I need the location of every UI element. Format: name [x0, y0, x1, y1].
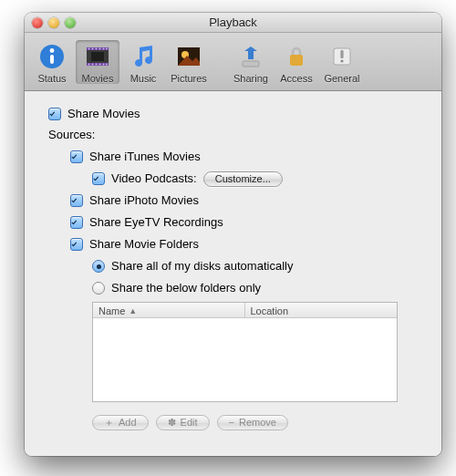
share-eyetv-checkbox[interactable] [70, 216, 83, 229]
toolbar-item-sharing[interactable]: Sharing [229, 40, 273, 84]
share-all-disks-label: Share all of my disks automatically [111, 258, 293, 274]
share-iphoto-movies-checkbox[interactable] [70, 194, 83, 207]
column-header-name-label: Name [98, 305, 125, 316]
column-header-name[interactable]: Name ▲ [93, 303, 245, 317]
svg-point-27 [340, 59, 343, 62]
svg-rect-6 [87, 63, 109, 66]
toolbar-item-label: Sharing [233, 73, 268, 84]
svg-rect-13 [106, 47, 108, 49]
toolbar-item-general[interactable]: General [320, 40, 364, 84]
plus-icon: ＋ [104, 418, 114, 428]
share-all-disks-radio[interactable] [92, 260, 105, 273]
svg-rect-10 [96, 47, 98, 49]
svg-rect-12 [103, 47, 105, 49]
share-movie-folders-label: Share Movie Folders [89, 236, 199, 253]
video-podcasts-checkbox[interactable] [92, 172, 105, 185]
svg-point-3 [50, 48, 55, 53]
edit-folder-label: Edit [181, 417, 198, 428]
svg-rect-18 [103, 63, 105, 65]
toolbar-item-status[interactable]: Status [30, 40, 74, 84]
remove-folder-button[interactable]: − Remove [217, 415, 288, 430]
toolbar-item-pictures[interactable]: Pictures [167, 40, 211, 84]
svg-rect-11 [99, 47, 101, 49]
svg-rect-22 [243, 61, 259, 67]
svg-rect-7 [91, 52, 104, 61]
customize-button[interactable]: Customize... [203, 171, 283, 187]
music-icon [129, 42, 158, 71]
toolbar-item-label: Status [37, 73, 66, 84]
toolbar-item-movies[interactable]: Movies [76, 40, 119, 84]
share-movie-folders-checkbox[interactable] [70, 238, 83, 251]
folders-table-body[interactable] [93, 318, 397, 401]
toolbar-item-label: Pictures [171, 73, 207, 84]
share-iphoto-movies-label: Share iPhoto Movies [89, 192, 199, 209]
sort-ascending-icon: ▲ [129, 306, 137, 316]
svg-rect-16 [96, 63, 98, 65]
share-movies-checkbox[interactable] [48, 108, 61, 120]
share-below-folders-radio[interactable] [92, 282, 105, 295]
toolbar-spacer [212, 61, 227, 63]
movies-icon [83, 42, 112, 71]
svg-rect-15 [92, 63, 94, 65]
folders-button-row: ＋ Add ✽ Edit − Remove [92, 415, 425, 430]
svg-rect-9 [92, 47, 94, 49]
share-eyetv-label: Share EyeTV Recordings [89, 214, 223, 231]
minus-icon: − [229, 418, 234, 428]
svg-rect-17 [99, 63, 101, 65]
share-itunes-movies-checkbox[interactable] [70, 150, 83, 163]
gear-icon: ✽ [168, 418, 176, 428]
folders-table: Name ▲ Location [92, 302, 398, 402]
toolbar-item-label: Access [280, 73, 312, 84]
column-header-location[interactable]: Location [245, 303, 398, 317]
svg-rect-23 [290, 55, 303, 66]
svg-rect-5 [87, 47, 109, 50]
toolbar-item-label: Music [130, 73, 157, 84]
pane-movies: Share Movies Sources: Share iTunes Movie… [25, 91, 441, 456]
folders-table-header: Name ▲ Location [93, 303, 397, 318]
switch-icon [327, 42, 357, 71]
toolbar: Status Movies Music Pictures [25, 33, 441, 91]
svg-rect-14 [88, 63, 90, 65]
svg-rect-26 [340, 50, 343, 58]
preferences-window: Playback Status Movies Music [25, 13, 441, 456]
share-movies-label: Share Movies [67, 106, 140, 122]
toolbar-item-access[interactable]: Access [275, 40, 318, 84]
edit-folder-button[interactable]: ✽ Edit [156, 415, 210, 430]
toolbar-item-label: Movies [82, 73, 114, 84]
column-header-location-label: Location [251, 305, 289, 316]
toolbar-item-label: General [324, 73, 359, 84]
share-itunes-movies-label: Share iTunes Movies [89, 149, 201, 165]
video-podcasts-label: Video Podcasts: [111, 171, 197, 187]
svg-rect-2 [50, 55, 54, 64]
sharing-icon [236, 42, 265, 71]
info-icon [37, 42, 67, 71]
toolbar-item-music[interactable]: Music [121, 40, 165, 84]
svg-rect-19 [106, 63, 108, 65]
pictures-icon [174, 42, 203, 71]
lock-icon [282, 42, 311, 71]
share-below-folders-label: Share the below folders only [111, 280, 261, 296]
remove-folder-label: Remove [239, 417, 276, 428]
add-folder-label: Add [119, 417, 137, 428]
svg-rect-8 [88, 47, 90, 49]
window-title: Playback [25, 16, 441, 29]
titlebar: Playback [25, 13, 441, 33]
add-folder-button[interactable]: ＋ Add [92, 415, 149, 430]
sources-label: Sources: [48, 128, 425, 141]
